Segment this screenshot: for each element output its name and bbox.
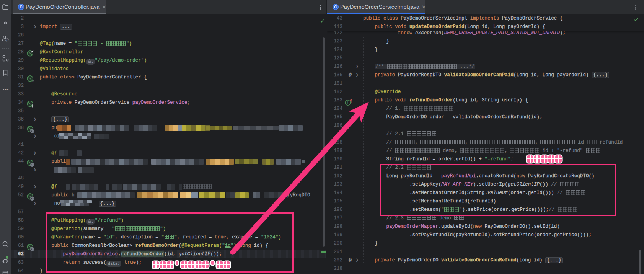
svg-text:I: I bbox=[347, 101, 349, 105]
svg-text:?: ? bbox=[6, 38, 8, 41]
